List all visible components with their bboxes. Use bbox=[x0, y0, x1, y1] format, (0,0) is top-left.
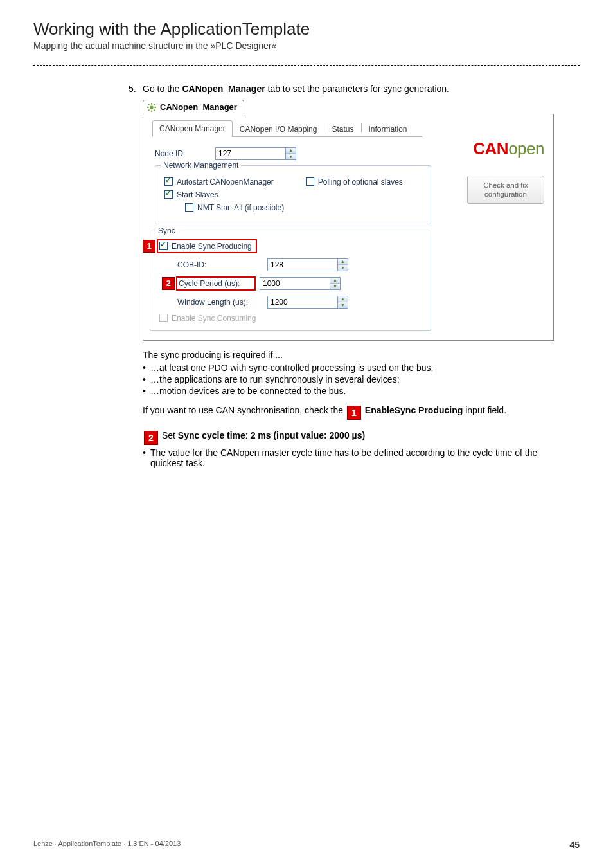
line-set-cycle: 2 Set Sync cycle time: 2 ms (input value… bbox=[143, 430, 567, 445]
intro-line: The sync producing is required if ... bbox=[143, 350, 567, 360]
footer-left: Lenze · ApplicationTemplate · 1.3 EN - 0… bbox=[33, 840, 181, 850]
cobid-input[interactable] bbox=[267, 258, 338, 271]
svg-line-8 bbox=[148, 109, 150, 111]
canopen-panel: CANopen Manager CANopen I/O Mapping Stat… bbox=[143, 114, 554, 341]
polling-checkbox[interactable] bbox=[306, 177, 314, 186]
right-column: CANopen Check and fix configuration bbox=[441, 139, 544, 204]
enable-sync-consuming-row: Enable Sync Consuming bbox=[159, 314, 422, 323]
startslaves-label: Start Slaves bbox=[177, 190, 218, 199]
spin-down-icon[interactable]: ▼ bbox=[338, 302, 348, 308]
inline-marker-1: 1 bbox=[347, 406, 361, 420]
cycle-period-row: 2 Cycle Period (us): ▲ ▼ bbox=[162, 276, 422, 291]
autostart-checkbox[interactable] bbox=[164, 177, 173, 186]
nodeid-row: Node ID ▲ ▼ bbox=[155, 147, 431, 160]
spinner-buttons[interactable]: ▲ ▼ bbox=[330, 277, 341, 290]
cycle-period-spinner[interactable]: ▲ ▼ bbox=[260, 277, 341, 290]
inner-tab-manager[interactable]: CANopen Manager bbox=[152, 120, 233, 137]
line3-mid: : bbox=[245, 430, 251, 440]
checkfix-line2: configuration bbox=[484, 190, 527, 198]
cycle-period-input[interactable] bbox=[260, 277, 330, 290]
autostart-label: Autostart CANopenManager bbox=[177, 177, 274, 186]
check-fix-button[interactable]: Check and fix configuration bbox=[467, 176, 544, 204]
nmt-label: NMT Start All (if possible) bbox=[197, 203, 284, 212]
line3-b1: Sync cycle time bbox=[178, 430, 245, 440]
step-line: 5. Go to the CANopen_Manager tab to set … bbox=[129, 84, 580, 94]
step-text-bold: CANopen_Manager bbox=[182, 84, 265, 94]
marker-1: 1 bbox=[143, 240, 155, 253]
enable-sync-row: 1 Enable Sync Producing bbox=[143, 239, 422, 253]
spin-down-icon[interactable]: ▼ bbox=[338, 265, 348, 271]
line2-post: input field. bbox=[463, 405, 506, 415]
cycle-period-highlight[interactable]: Cycle Period (us): bbox=[176, 276, 256, 291]
network-management-fieldset: Network Management Autostart CANopenMana… bbox=[155, 165, 431, 224]
enable-sync-consuming-label: Enable Sync Consuming bbox=[172, 314, 256, 323]
form-area: Node ID ▲ ▼ Network Management Autostart… bbox=[155, 147, 431, 331]
page-subtitle: Mapping the actual machine structure in … bbox=[33, 41, 580, 51]
bullet-1: …at least one PDO with sync-controlled p… bbox=[150, 363, 567, 373]
autostart-row[interactable]: Autostart CANopenManager bbox=[164, 177, 274, 186]
line3-pre: Set bbox=[162, 430, 178, 440]
inner-tab-io-mapping[interactable]: CANopen I/O Mapping bbox=[233, 121, 324, 137]
bullet-3: …motion devices are to be connected to t… bbox=[150, 386, 567, 396]
footer-pagenum: 45 bbox=[569, 840, 580, 850]
canopen-logo: CANopen bbox=[441, 139, 544, 159]
tab-notch-label: CANopen_Manager bbox=[160, 102, 237, 112]
nodeid-spinner[interactable]: ▲ ▼ bbox=[215, 147, 296, 160]
sub-bullet-1: The value for the CANopen master cycle t… bbox=[150, 448, 567, 468]
line2-pre: If you want to use CAN synchronisation, … bbox=[143, 405, 346, 415]
spin-down-icon[interactable]: ▼ bbox=[330, 284, 340, 289]
inner-tab-information[interactable]: Information bbox=[362, 121, 414, 137]
sync-legend: Sync bbox=[155, 226, 178, 235]
step-text: Go to the CANopen_Manager tab to set the… bbox=[143, 84, 580, 94]
checkfix-line1: Check and fix bbox=[483, 181, 528, 189]
cobid-row: COB-ID: ▲ ▼ bbox=[177, 258, 422, 271]
enable-sync-label: Enable Sync Producing bbox=[172, 242, 252, 251]
startslaves-row[interactable]: Start Slaves bbox=[164, 190, 422, 199]
sync-fieldset: Sync 1 Enable Sync Producing COB-ID: ▲ bbox=[150, 231, 431, 331]
line3-b2: 2 ms (input value: 2000 µs) bbox=[251, 430, 365, 440]
gear-icon bbox=[147, 103, 156, 112]
enable-sync-highlight[interactable]: Enable Sync Producing bbox=[157, 239, 257, 253]
inner-tab-bar: CANopen Manager CANopen I/O Mapping Stat… bbox=[152, 120, 422, 137]
inline-marker-2: 2 bbox=[144, 431, 158, 445]
spinner-buttons[interactable]: ▲ ▼ bbox=[338, 296, 348, 309]
startslaves-checkbox[interactable] bbox=[164, 190, 173, 199]
nmt-row[interactable]: NMT Start All (if possible) bbox=[185, 203, 422, 212]
cycle-period-label: Cycle Period (us): bbox=[179, 279, 251, 288]
sub-bullet-list: The value for the CANopen master cycle t… bbox=[143, 448, 567, 468]
tab-canopen-manager[interactable]: CANopen_Manager bbox=[143, 100, 244, 114]
explanation-text: The sync producing is required if ... …a… bbox=[143, 350, 567, 468]
window-length-label: Window Length (us): bbox=[177, 298, 267, 307]
nmt-checkbox[interactable] bbox=[185, 203, 193, 212]
cobid-label: COB-ID: bbox=[177, 260, 267, 269]
cobid-spinner[interactable]: ▲ ▼ bbox=[267, 258, 348, 271]
step-text-pre: Go to the bbox=[143, 84, 182, 94]
inner-tab-status[interactable]: Status bbox=[324, 121, 360, 137]
window-length-input[interactable] bbox=[267, 296, 338, 309]
spinner-buttons[interactable]: ▲ ▼ bbox=[338, 258, 348, 271]
nodeid-label: Node ID bbox=[155, 149, 215, 158]
step-number: 5. bbox=[129, 84, 143, 94]
network-management-legend: Network Management bbox=[161, 161, 241, 170]
canopen-panel-wrap: CANopen_Manager CANopen Manager CANopen … bbox=[143, 99, 554, 341]
window-length-row: Window Length (us): ▲ ▼ bbox=[177, 296, 422, 309]
spin-up-icon[interactable]: ▲ bbox=[338, 296, 348, 303]
svg-point-0 bbox=[150, 105, 153, 109]
window-length-spinner[interactable]: ▲ ▼ bbox=[267, 296, 348, 309]
polling-row[interactable]: Polling of optional slaves bbox=[306, 177, 403, 186]
nodeid-input[interactable] bbox=[215, 147, 286, 160]
svg-line-7 bbox=[154, 104, 155, 105]
spin-down-icon[interactable]: ▼ bbox=[286, 154, 296, 159]
line-enable-sync: If you want to use CAN synchronisation, … bbox=[143, 405, 567, 420]
enable-sync-checkbox[interactable] bbox=[159, 242, 168, 250]
spin-up-icon[interactable]: ▲ bbox=[338, 259, 348, 266]
spinner-buttons[interactable]: ▲ ▼ bbox=[286, 147, 296, 160]
logo-light: open bbox=[508, 139, 544, 158]
logo-bold: CAN bbox=[473, 139, 508, 158]
marker-2: 2 bbox=[162, 277, 175, 290]
divider bbox=[33, 65, 580, 66]
line2-bold: EnableSync Producing bbox=[365, 405, 463, 415]
spin-up-icon[interactable]: ▲ bbox=[330, 278, 340, 284]
bullet-list: …at least one PDO with sync-controlled p… bbox=[143, 363, 567, 396]
spin-up-icon[interactable]: ▲ bbox=[286, 148, 296, 154]
